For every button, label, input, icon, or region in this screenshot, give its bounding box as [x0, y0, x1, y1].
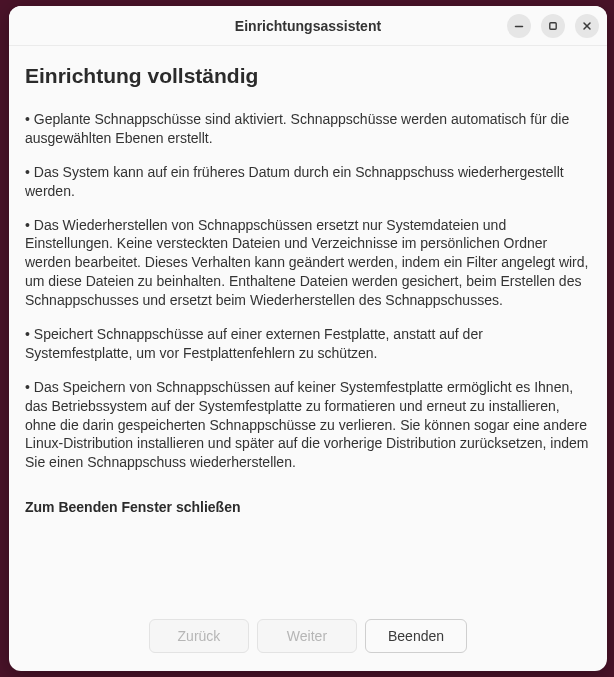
page-title: Einrichtung vollständig	[25, 64, 591, 88]
next-button[interactable]: Weiter	[257, 619, 357, 653]
maximize-button[interactable]	[541, 14, 565, 38]
maximize-icon	[547, 20, 559, 32]
close-icon	[581, 20, 593, 32]
closing-instruction: Zum Beenden Fenster schließen	[25, 499, 591, 515]
body-text: • Geplante Schnappschüsse sind aktiviert…	[25, 110, 591, 487]
info-paragraph: • Das Wiederherstellen von Schnappschüss…	[25, 216, 591, 310]
window-controls	[507, 14, 599, 38]
content-area: Einrichtung vollständig • Geplante Schna…	[9, 46, 607, 607]
minimize-button[interactable]	[507, 14, 531, 38]
finish-button[interactable]: Beenden	[365, 619, 467, 653]
titlebar: Einrichtungsassistent	[9, 6, 607, 46]
info-paragraph: • Das System kann auf ein früheres Datum…	[25, 163, 591, 201]
info-paragraph: • Speichert Schnappschüsse auf einer ext…	[25, 325, 591, 363]
minimize-icon	[513, 20, 525, 32]
info-paragraph: • Geplante Schnappschüsse sind aktiviert…	[25, 110, 591, 148]
window-title: Einrichtungsassistent	[235, 18, 381, 34]
svg-rect-1	[550, 22, 556, 28]
footer-buttons: Zurück Weiter Beenden	[9, 607, 607, 671]
info-paragraph: • Das Speichern von Schnappschüssen auf …	[25, 378, 591, 472]
wizard-window: Einrichtungsassistent Einrichtung vollst…	[9, 6, 607, 671]
back-button[interactable]: Zurück	[149, 619, 249, 653]
close-button[interactable]	[575, 14, 599, 38]
